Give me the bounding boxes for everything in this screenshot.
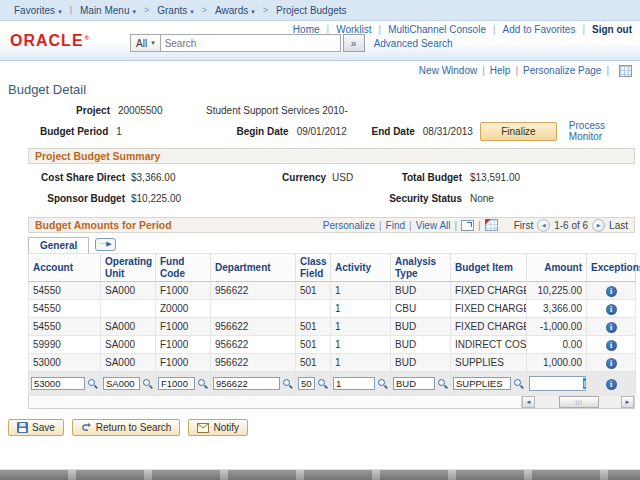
- column-header-budget-item[interactable]: Budget Item: [451, 254, 527, 282]
- scrollbar-track[interactable]: |||: [535, 396, 621, 408]
- search-scope-value: All: [136, 38, 147, 49]
- column-header-class-field[interactable]: Class Field: [296, 254, 331, 282]
- page-link-help[interactable]: Help: [490, 65, 511, 76]
- cell-department: 956622: [211, 282, 296, 300]
- budget-period-label: Budget Period: [0, 126, 108, 137]
- scroll-left-icon[interactable]: ◄: [522, 396, 535, 408]
- info-icon[interactable]: [606, 340, 617, 351]
- info-icon[interactable]: [606, 358, 617, 369]
- info-icon[interactable]: [606, 286, 617, 297]
- search-input[interactable]: [161, 34, 341, 52]
- column-header-operating-unit[interactable]: Operating Unit: [101, 254, 156, 282]
- cell-exceptions: [587, 354, 636, 372]
- cell-exceptions: [587, 318, 636, 336]
- cell-class-field: 501: [296, 318, 331, 336]
- page-link-separator: |: [515, 65, 518, 76]
- budget-period-value: 1: [116, 126, 195, 137]
- scroll-right-icon[interactable]: ►: [621, 396, 634, 408]
- column-header-amount[interactable]: Amount: [527, 254, 587, 282]
- lookup-icon[interactable]: [197, 378, 208, 389]
- table-row: 54550SA000F10009566225011BUDFIXED CHARGE…: [29, 282, 636, 300]
- breadcrumb-item-awards[interactable]: Awards▾: [215, 5, 255, 16]
- notify-button[interactable]: Notify: [188, 419, 248, 436]
- cell-fund-code: F1000: [156, 336, 211, 354]
- view-all-link[interactable]: View All: [416, 220, 451, 231]
- info-icon[interactable]: [606, 322, 617, 333]
- column-header-analysis-type[interactable]: Analysis Type: [391, 254, 451, 282]
- page-link-separator: |: [606, 65, 609, 76]
- breadcrumb-item-grants[interactable]: Grants▾: [157, 5, 194, 16]
- breadcrumb-item-project-budgets[interactable]: Project Budgets: [276, 5, 347, 16]
- period-row: Budget Period 1 Begin Date 09/01/2012 En…: [0, 123, 640, 139]
- return-to-search-button[interactable]: Return to Search: [72, 419, 181, 436]
- info-icon[interactable]: [606, 304, 617, 315]
- page-layout-icon[interactable]: [619, 65, 632, 77]
- breadcrumb-separator: |: [70, 5, 72, 15]
- search-scope-dropdown[interactable]: All ▾: [130, 34, 161, 52]
- header-link-sign-out[interactable]: Sign out: [592, 24, 632, 35]
- cell-fund-code: [156, 372, 211, 396]
- info-icon[interactable]: [606, 379, 617, 390]
- pager-first[interactable]: First: [514, 220, 533, 231]
- find-link[interactable]: Find: [386, 220, 405, 231]
- tab-general[interactable]: General: [28, 237, 89, 253]
- lookup-icon[interactable]: [282, 378, 293, 389]
- process-monitor-link[interactable]: Process Monitor: [569, 120, 640, 142]
- column-header-exceptions[interactable]: Exceptions: [587, 254, 636, 282]
- activity-input[interactable]: [333, 377, 375, 390]
- pager-next-icon[interactable]: ▶: [592, 219, 605, 232]
- download-grid-icon[interactable]: [485, 219, 498, 231]
- advanced-search-link[interactable]: Advanced Search: [374, 38, 453, 49]
- lookup-icon[interactable]: [87, 378, 98, 389]
- pager-prev-icon[interactable]: ◀: [537, 219, 550, 232]
- horizontal-scrollbar[interactable]: ◄ ||| ►: [521, 396, 634, 408]
- show-all-columns-icon[interactable]: ⋯▶: [95, 238, 115, 251]
- cell-budget-item: FIXED CHARGES: [451, 282, 527, 300]
- page-link-new-window[interactable]: New Window: [419, 65, 477, 76]
- analysis-type-input[interactable]: [393, 377, 435, 390]
- grid-section-title: Budget Amounts for Period: [35, 219, 172, 231]
- cell-fund-code: F1000: [156, 282, 211, 300]
- account-input[interactable]: [31, 377, 85, 390]
- breadcrumb-item-favorites[interactable]: Favorites▾: [14, 5, 62, 16]
- finalize-button[interactable]: Finalize: [480, 122, 557, 141]
- lookup-icon[interactable]: [513, 378, 524, 389]
- lookup-icon[interactable]: [437, 378, 448, 389]
- return-icon: [81, 422, 92, 433]
- cell-analysis-type: BUD: [391, 282, 451, 300]
- lookup-icon[interactable]: [317, 378, 328, 389]
- header-link-add-to-favorites[interactable]: Add to Favorites: [503, 24, 576, 35]
- scrollbar-thumb[interactable]: |||: [559, 396, 599, 408]
- grid-toolbar: Personalize | Find | View All | |: [323, 219, 498, 231]
- grid-body: 54550SA000F10009566225011BUDFIXED CHARGE…: [29, 282, 636, 396]
- lookup-icon[interactable]: [142, 378, 153, 389]
- cell-analysis-type: BUD: [391, 318, 451, 336]
- department-input[interactable]: [213, 377, 280, 390]
- cell-amount: -1,000.00: [527, 318, 587, 336]
- save-button[interactable]: Save: [8, 419, 64, 436]
- return-to-search-label: Return to Search: [96, 422, 172, 433]
- column-header-fund-code[interactable]: Fund Code: [156, 254, 211, 282]
- column-header-activity[interactable]: Activity: [331, 254, 391, 282]
- cell-amount: 0.00: [527, 336, 587, 354]
- zoom-popout-icon[interactable]: [461, 220, 474, 231]
- lookup-icon[interactable]: [377, 378, 388, 389]
- personalize-link[interactable]: Personalize: [323, 220, 375, 231]
- page-link-personalize-page[interactable]: Personalize Page: [523, 65, 601, 76]
- breadcrumb-item-main-menu[interactable]: Main Menu▾: [80, 5, 136, 16]
- fund-code-input[interactable]: [158, 377, 195, 390]
- cell-operating-unit: SA000: [101, 354, 156, 372]
- column-header-account[interactable]: Account: [29, 254, 101, 282]
- budget-item-input[interactable]: [453, 377, 511, 390]
- search-go-button[interactable]: »: [343, 34, 365, 52]
- class-field-input[interactable]: [298, 377, 315, 390]
- grid-section-header: Budget Amounts for Period Personalize | …: [28, 217, 635, 233]
- amount-input[interactable]: 0.00: [529, 376, 587, 391]
- table-row: 53000SA000F10009566225011BUDSUPPLIES1,00…: [29, 354, 636, 372]
- table-row: 54550SA000F10009566225011BUDFIXED CHARGE…: [29, 318, 636, 336]
- pager-last[interactable]: Last: [609, 220, 628, 231]
- page-links: New Window|Help|Personalize Page|: [419, 65, 614, 76]
- chevron-down-icon: ▾: [251, 8, 255, 15]
- operating-unit-input[interactable]: [103, 377, 140, 390]
- column-header-department[interactable]: Department: [211, 254, 296, 282]
